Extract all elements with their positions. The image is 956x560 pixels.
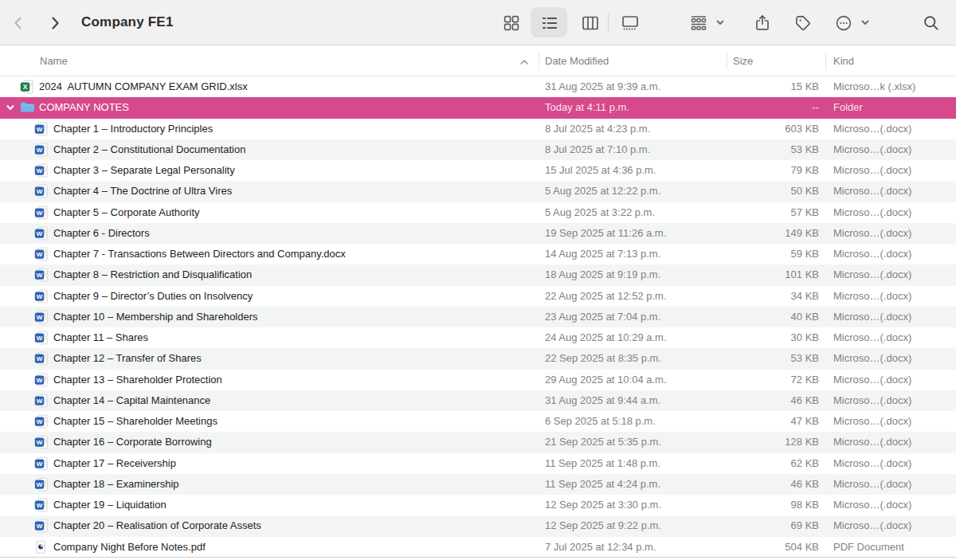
list-view-button[interactable] [539,13,560,33]
file-row[interactable]: X W Chapter 19 [0,495,956,515]
file-size: 15 KB [723,76,819,97]
file-kind: Microso…(.docx) [833,139,951,160]
svg-text:W: W [37,188,43,195]
more-actions-button[interactable] [833,13,854,33]
word-file-icon: W [34,519,49,533]
file-row[interactable]: X W Chapter 4 [0,181,956,202]
group-by-chevron-icon[interactable] [714,16,727,29]
file-name: Chapter 9 – Director’s Duties on Insolve… [53,286,253,307]
column-header-kind[interactable]: Kind [833,45,854,76]
file-row[interactable]: X W Chapter 7 [0,244,956,264]
back-chevron-icon [10,14,27,32]
file-row[interactable]: X W Chapter 12 [0,348,956,369]
file-row[interactable]: X W Company Ni [0,537,956,558]
date-modified: 23 Aug 2025 at 7:04 p.m. [545,307,660,327]
share-button[interactable] [752,13,773,33]
file-kind: Microso…k (.xlsx) [833,76,951,97]
file-size: 57 KB [723,202,819,223]
header-divider [825,52,826,70]
file-name: Company Night Before Notes.pdf [53,537,206,558]
share-icon [753,14,772,33]
file-row[interactable]: X W Chapter 16 [0,432,956,452]
file-row[interactable]: X W Chapter 9 [0,286,956,307]
date-modified: 29 Aug 2025 at 10:04 a.m. [545,370,667,390]
word-file-icon: W [34,206,49,220]
file-row[interactable]: X W Chapter 6 [0,223,956,244]
icon-view-button[interactable] [501,13,522,33]
file-size: 46 KB [723,474,819,495]
file-kind: Microso…(.docx) [833,307,951,327]
file-kind: Microso…(.docx) [833,495,951,515]
file-row[interactable]: X W Chapter 20 [0,515,956,536]
window-title: Company FE1 [81,14,174,30]
file-row[interactable]: X W Chapter 10 [0,307,956,327]
view-switcher-divider [608,14,609,32]
file-size: 504 KB [723,537,819,558]
file-size: 53 KB [723,139,819,160]
word-file-icon: W [34,268,49,282]
svg-text:W: W [37,377,43,384]
file-row[interactable]: X W Chapter 11 [0,327,956,348]
disclosure-chevron-icon[interactable] [6,103,15,115]
file-kind: Microso…(.docx) [833,453,951,474]
svg-text:W: W [37,335,43,342]
date-modified: 15 Jul 2025 at 4:36 p.m. [545,160,656,181]
more-actions-chevron-icon[interactable] [859,16,872,29]
column-header-size[interactable]: Size [733,45,753,76]
file-row[interactable]: X W 2024 AUTU [0,76,956,97]
file-name: Chapter 17 – Receivership [53,453,176,474]
grid-view-icon [502,14,521,33]
gallery-view-button[interactable] [620,13,641,33]
file-name: Chapter 1 – Introductory Principles [53,119,213,139]
word-file-icon: W [34,289,49,303]
back-button[interactable] [8,13,29,33]
date-modified: Today at 4:11 p.m. [545,97,629,118]
file-name: Chapter 6 - Directors [53,223,150,244]
svg-text:W: W [37,397,43,405]
file-row[interactable]: X W Chapter 5 [0,202,956,223]
file-row[interactable]: X W Chapter 8 [0,264,956,285]
file-row[interactable]: X W Chapter 2 [0,139,956,160]
svg-text:W: W [37,272,43,279]
date-modified: 14 Aug 2025 at 7:13 p.m. [545,244,660,264]
tag-button[interactable] [793,13,813,33]
file-row[interactable]: X W Chapter 15 [0,411,956,432]
svg-text:W: W [37,167,43,174]
file-kind: Microso…(.docx) [833,411,951,432]
file-row[interactable]: X W Chapter 3 [0,160,956,181]
date-modified: 31 Aug 2025 at 9:39 a.m. [545,76,660,97]
word-file-icon: W [34,247,49,261]
file-name: Chapter 4 – The Doctrine of Ultra Vires [53,181,232,202]
date-modified: 5 Aug 2025 at 3:22 p.m. [545,202,655,223]
file-row[interactable]: X W Chapter 18 [0,474,956,495]
more-ellipsis-icon [834,14,853,33]
file-name: 2024 AUTUMN COMPANY EXAM GRID.xlsx [39,76,248,97]
file-row[interactable]: X W Chapter 14 [0,390,956,411]
file-row[interactable]: X W COMPANY NO [0,97,956,118]
date-modified: 8 Jul 2025 at 4:23 p.m. [545,119,650,139]
file-row[interactable]: X W Chapter 1 [0,119,956,139]
word-file-icon: W [34,414,49,429]
group-by-button[interactable] [688,13,709,33]
file-name: Chapter 8 – Restriction and Disqualifica… [53,264,252,285]
date-modified: 5 Aug 2025 at 12:22 p.m. [545,181,660,202]
header-divider [539,52,539,70]
date-modified: 24 Aug 2025 at 10:29 a.m. [545,327,667,348]
group-by-icon [689,14,708,33]
search-button[interactable] [921,13,942,33]
column-header-name[interactable]: Name [40,45,68,76]
word-file-icon: W [34,373,49,387]
file-size: 69 KB [723,515,819,536]
date-modified: 12 Sep 2025 at 3:30 p.m. [545,495,661,515]
forward-button[interactable] [45,13,65,33]
column-view-button[interactable] [580,13,601,33]
word-file-icon: W [34,351,49,366]
column-header-date-modified[interactable]: Date Modified [545,45,609,76]
file-size: 30 KB [723,327,819,348]
word-file-icon: W [34,122,49,136]
date-modified: 22 Sep 2025 at 8:35 p.m. [545,348,661,369]
file-row[interactable]: X W Chapter 17 [0,453,956,474]
file-row[interactable]: X W Chapter 13 [0,370,956,390]
file-size: 603 KB [723,119,819,139]
finder-window: Company FE1 [0,0,956,560]
